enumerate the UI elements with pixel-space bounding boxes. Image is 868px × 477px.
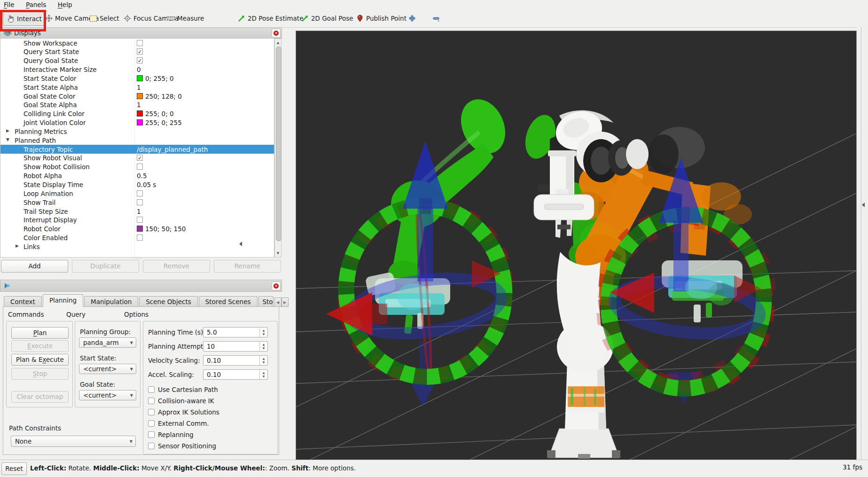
color-swatch[interactable] [137, 110, 143, 117]
replanning-checkbox[interactable]: Replanning [148, 430, 194, 439]
display-property-show-robot-visual[interactable]: Show Robot Visual✓ [0, 154, 274, 163]
display-property-show-workspace[interactable]: Show Workspace [0, 39, 274, 47]
display-property-show-robot-collision[interactable]: Show Robot Collision [0, 163, 274, 172]
property-checkbox[interactable]: ✓ [137, 48, 143, 55]
display-property-query-start-state[interactable]: Query Start State✓ [0, 47, 274, 56]
tab-stored-scenes[interactable]: Stored Scenes [199, 296, 258, 307]
motionplanning-close-button[interactable]: ✕ [272, 282, 281, 290]
property-checkbox[interactable]: ✓ [137, 57, 143, 63]
stop-button[interactable]: Stop [11, 368, 69, 380]
display-property-planning-metrics[interactable]: ▶Planning Metrics [0, 127, 274, 136]
tab-manipulation[interactable]: Manipulation [84, 296, 138, 307]
display-property-colliding-link-color[interactable]: Colliding Link Color255; 0; 0 [0, 109, 274, 118]
reset-button[interactable]: Reset [1, 462, 27, 475]
goal-state-dropdown[interactable]: <current>▼ [79, 390, 136, 400]
color-swatch[interactable] [137, 119, 143, 125]
measure-tool-button[interactable]: Measure [167, 12, 204, 25]
velocity-scaling-spinbox[interactable]: 0.10 ▲▼ [203, 355, 268, 366]
property-checkbox[interactable] [137, 235, 143, 241]
start-state-dropdown[interactable]: <current>▼ [79, 364, 136, 374]
checkbox-icon[interactable] [148, 431, 155, 438]
color-swatch[interactable] [137, 75, 143, 81]
3d-viewport[interactable] [296, 31, 857, 460]
tab-stored-states-clipped[interactable]: Sto [258, 296, 274, 307]
display-property-robot-alpha[interactable]: Robot Alpha0.5 [0, 172, 274, 180]
display-property-state-display-time[interactable]: State Display Time0.05 s [0, 180, 274, 189]
tab-scroll-right-icon[interactable]: ▶ [282, 297, 289, 307]
spin-arrows-icon[interactable]: ▲▼ [259, 342, 267, 351]
displays-panel-titlebar[interactable]: Displays [0, 27, 282, 39]
display-property-robot-color[interactable]: Robot Color150; 50; 150 [0, 225, 274, 234]
sensor-positioning-checkbox[interactable]: Sensor Positioning [148, 442, 216, 450]
display-property-loop-animation[interactable]: Loop Animation [0, 189, 274, 198]
path-constraints-dropdown[interactable]: None▼ [11, 436, 136, 447]
expand-arrow-icon[interactable]: ▶ [6, 128, 9, 133]
tab-planning[interactable]: Planning [43, 294, 83, 307]
property-checkbox[interactable] [137, 190, 143, 196]
add-display-button[interactable]: Add [1, 260, 68, 273]
remove-display-button[interactable]: Remove [143, 260, 210, 273]
remove-tool-button[interactable] [432, 12, 440, 25]
displays-close-button[interactable]: ✕ [272, 29, 281, 38]
spin-arrows-icon[interactable]: ▲▼ [259, 370, 267, 379]
planning-attempts-spinbox[interactable]: 10 ▲▼ [203, 341, 268, 352]
display-property-show-trail[interactable]: Show Trail [0, 198, 274, 207]
display-property-interrupt-display[interactable]: Interrupt Display [0, 216, 274, 225]
goal-pose-tool-button[interactable]: 2D Goal Pose [301, 12, 353, 25]
scroll-up-icon[interactable]: ▲ [275, 39, 281, 46]
displays-scrollbar[interactable]: ▲ ▼ [274, 39, 282, 258]
property-checkbox[interactable] [137, 40, 143, 46]
approx-ik-solutions-checkbox[interactable]: Approx IK Solutions [148, 408, 219, 416]
add-tool-button[interactable] [408, 12, 416, 25]
menu-panels[interactable]: Panels [21, 0, 51, 8]
splitter-line[interactable] [861, 27, 861, 460]
property-checkbox[interactable] [137, 217, 143, 223]
color-swatch[interactable] [137, 93, 143, 99]
motionplanning-panel-titlebar[interactable] [0, 280, 282, 292]
scroll-down-icon[interactable]: ▼ [275, 250, 281, 257]
pose-estimate-tool-button[interactable]: 2D Pose Estimate [237, 12, 303, 25]
select-tool-button[interactable]: Select [89, 12, 119, 25]
display-property-color-enabled[interactable]: Color Enabled [0, 234, 274, 242]
rviz-render-canvas[interactable] [296, 31, 856, 460]
display-property-goal-state-color[interactable]: Goal State Color250; 128; 0 [0, 92, 274, 101]
checkbox-icon[interactable] [148, 409, 155, 415]
plan-and-execute-button[interactable]: Plan & Execute [11, 354, 69, 366]
checkbox-icon[interactable] [148, 443, 155, 449]
interact-tool-button[interactable]: Interact [3, 12, 46, 26]
accel-scaling-spinbox[interactable]: 0.10 ▲▼ [203, 369, 268, 380]
display-property-start-state-alpha[interactable]: Start State Alpha1 [0, 83, 274, 92]
panel-collapse-arrow-icon[interactable] [239, 242, 242, 246]
displays-property-tree[interactable]: Show WorkspaceQuery Start State✓Query Go… [0, 39, 274, 258]
use-cartesian-path-checkbox[interactable]: Use Cartesian Path [148, 385, 218, 394]
spin-arrows-icon[interactable]: ▲▼ [259, 328, 267, 337]
display-property-start-state-color[interactable]: Start State Color0; 255; 0 [0, 74, 274, 83]
collapse-arrow-icon[interactable]: ▼ [6, 137, 9, 142]
display-property-trail-step-size[interactable]: Trail Step Size1 [0, 207, 274, 216]
collision-aware-ik-checkbox[interactable]: Collision-aware IK [148, 397, 214, 405]
publish-point-tool-button[interactable]: Publish Point [356, 12, 407, 25]
display-property-interactive-marker-size[interactable]: Interactive Marker Size0 [0, 65, 274, 74]
tab-scroll-left-icon[interactable]: ◀ [274, 297, 282, 307]
spin-arrows-icon[interactable]: ▲▼ [259, 356, 267, 365]
property-checkbox[interactable]: ✓ [137, 155, 143, 161]
planning-time-spinbox[interactable]: 5.0 ▲▼ [203, 327, 268, 337]
display-property-goal-state-alpha[interactable]: Goal State Alpha1 [0, 101, 274, 109]
menu-help[interactable]: Help [53, 0, 77, 8]
color-swatch[interactable] [137, 226, 143, 232]
tab-context[interactable]: Context [4, 296, 42, 307]
expand-arrow-icon[interactable]: ▶ [16, 243, 19, 248]
checkbox-icon[interactable] [148, 386, 155, 393]
display-property-query-goal-state[interactable]: Query Goal State✓ [0, 56, 274, 65]
scrollbar-thumb[interactable] [276, 47, 282, 241]
planning-group-dropdown[interactable]: panda_arm▼ [79, 337, 136, 348]
display-property-planned-path[interactable]: ▼Planned Path [0, 136, 274, 145]
tab-scene-objects[interactable]: Scene Objects [139, 296, 197, 307]
execute-button[interactable]: Execute [11, 340, 69, 352]
property-checkbox[interactable] [137, 199, 143, 205]
plan-button[interactable]: Plan [11, 327, 69, 339]
rename-display-button[interactable]: Rename [214, 260, 281, 273]
display-property-joint-violation-color[interactable]: Joint Violation Color255; 0; 255 [0, 118, 274, 127]
external-comm-checkbox[interactable]: External Comm. [148, 419, 209, 428]
panel-collapse-arrow-icon[interactable] [862, 203, 865, 207]
